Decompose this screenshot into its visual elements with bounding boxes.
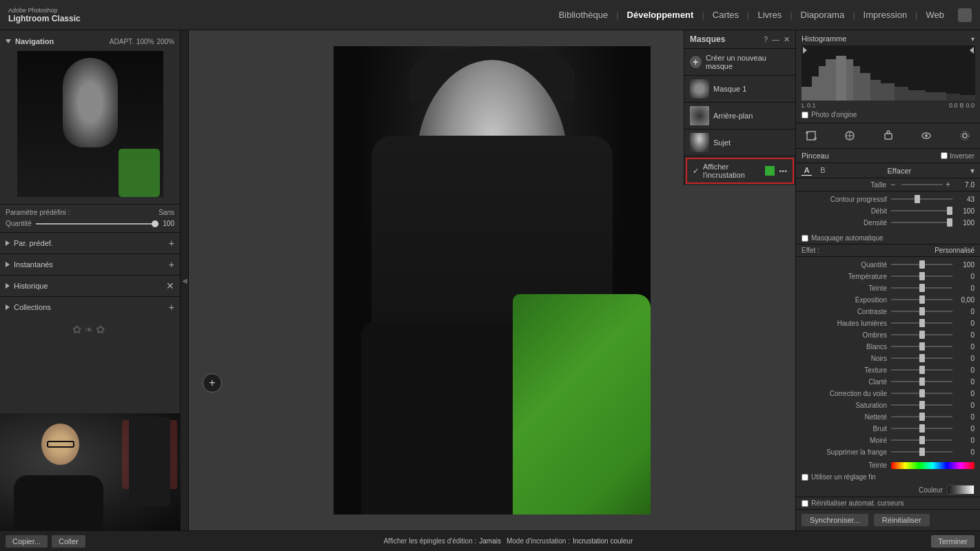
slider-track-2 [891,287,952,289]
effet-value[interactable]: Personnalisé [935,247,974,254]
couleur-swatch[interactable] [947,485,974,495]
ab-tab-a[interactable]: A [802,165,812,176]
heal-tool[interactable] [841,127,858,144]
incrustation-more-icon[interactable]: ••• [779,167,787,175]
synchroniser-button[interactable]: Synchroniser... [802,514,868,526]
inverser-checkbox[interactable] [941,152,948,159]
taille-value: 7.0 [954,181,974,189]
reinit-automat-checkbox[interactable] [802,500,808,507]
debit-slider[interactable] [891,206,952,216]
cloud-icon[interactable] [958,8,972,22]
nav-cartes[interactable]: Cartes [706,10,746,20]
nav-triangle-icon[interactable] [6,39,11,43]
svg-rect-12 [926,92,946,101]
taille-plus-icon[interactable]: + [946,180,954,189]
slider-label-12: Saturation [802,402,891,409]
mode-value[interactable]: Incrustation couleur [573,537,633,545]
navigation-thumbnail[interactable] [17,51,163,197]
slider-track-container-11[interactable] [891,388,952,398]
slider-track-container-0[interactable] [891,260,952,269]
nav-impression[interactable]: Impression [857,10,915,20]
slider-track-container-13[interactable] [891,412,952,422]
copier-button[interactable]: Copier... [6,535,48,548]
nav-diaporama[interactable]: Diaporama [794,10,852,20]
taille-slider-track[interactable] [901,184,943,185]
afficher-value[interactable]: Jamais [479,537,501,545]
par-predef-header[interactable]: Par. prédef. + [0,233,180,253]
nav-bibliotheque[interactable]: Bibliothèque [552,10,615,20]
histogram-title: Histogramme [802,34,846,43]
incrustation-checkbox: ✓ [693,167,699,176]
mask-tool[interactable] [880,127,897,144]
incrustation-color-swatch[interactable] [765,166,775,176]
historique-header[interactable]: Historique ✕ [0,276,180,296]
ab-tab-b[interactable]: B [817,165,828,176]
slider-track-container-12[interactable] [891,400,952,410]
slider-track-container-4[interactable] [891,306,952,316]
slider-track-container-1[interactable] [891,271,952,281]
mask-item-1[interactable]: Masque 1 [684,76,795,103]
slider-track-container-2[interactable] [891,283,952,293]
incrustation-row[interactable]: ✓ Afficher l'incrustation ••• [686,158,794,184]
masks-close-icon[interactable]: ✕ [784,35,790,44]
reinitialiser-button[interactable]: Réinitialiser [874,514,930,526]
histogram-expand-icon[interactable]: ▾ [971,35,974,43]
mask-item-2[interactable]: Arrière-plan [684,103,795,129]
nav-livres[interactable]: Livres [751,10,788,20]
slider-track-container-5[interactable] [891,318,952,328]
densite-slider[interactable] [891,218,952,227]
effet-label: Effet : [802,247,819,254]
collections-add-icon[interactable]: + [169,302,174,313]
slider-track-container-15[interactable] [891,435,952,445]
masks-help-icon[interactable]: ? [764,35,768,43]
zoom-100[interactable]: 100% [136,38,154,45]
quantity-slider[interactable] [36,223,159,225]
slider-value-8: 0 [952,355,974,362]
slider-track-container-8[interactable] [891,353,952,363]
left-panel-collapse-tab[interactable]: ◀ [181,30,189,530]
chair-silhouette [129,417,170,506]
collections-header[interactable]: Collections + [0,297,180,318]
photo-origine-checkbox[interactable] [802,112,808,118]
teinte-color-bar[interactable] [891,462,974,469]
preset-value[interactable]: Sans [159,209,174,216]
historique-title: Historique [14,282,48,290]
afficher-label: Afficher les épingles d'édition : [384,537,477,545]
reglage-fin-checkbox[interactable] [802,474,808,481]
slider-track-container-10[interactable] [891,377,952,386]
nav-sep5: | [851,10,856,20]
slider-track-container-16[interactable] [891,447,952,457]
contour-prog-slider[interactable] [891,194,952,204]
historique-close-icon[interactable]: ✕ [166,280,174,291]
mask-item-3[interactable]: Sujet [684,129,795,156]
settings-tool[interactable] [957,127,973,144]
slider-track-container-7[interactable] [891,342,952,351]
masquage-auto-checkbox[interactable] [802,235,808,242]
zoom-200[interactable]: 200% [156,38,174,45]
instantanes-header[interactable]: Instantanés + [0,254,180,275]
sync-reinit-area: Synchroniser... Réinitialiser [796,509,980,530]
effacer-dropdown-arrow[interactable]: ▾ [970,166,974,176]
slider-track-container-6[interactable] [891,330,952,340]
svg-rect-5 [846,59,853,101]
eye-tool[interactable] [918,127,935,144]
slider-track-container-9[interactable] [891,365,952,375]
nav-developpement[interactable]: Développement [620,10,701,20]
masks-settings-icon[interactable]: — [772,35,779,43]
slider-label-4: Contraste [802,308,891,315]
top-bar: Adobe Photoshop Lightroom Classic Biblio… [0,0,980,30]
par-predef-add-icon[interactable]: + [169,238,174,249]
terminer-button[interactable]: Terminer [931,535,974,548]
svg-point-27 [963,134,967,138]
create-mask-button[interactable]: + Créer un nouveau masque [684,49,795,76]
slider-track-container-3[interactable] [891,295,952,304]
instantanes-add-icon[interactable]: + [169,259,174,270]
add-pin-button[interactable]: + [203,373,222,393]
effacer-button[interactable]: Effacer [888,167,912,175]
ab-row: A B Effacer ▾ [796,163,980,178]
coller-button[interactable]: Coller [52,535,85,548]
taille-minus-icon[interactable]: − [890,180,899,189]
slider-track-container-14[interactable] [891,424,952,433]
nav-web[interactable]: Web [919,10,952,20]
crop-tool[interactable] [803,127,819,144]
